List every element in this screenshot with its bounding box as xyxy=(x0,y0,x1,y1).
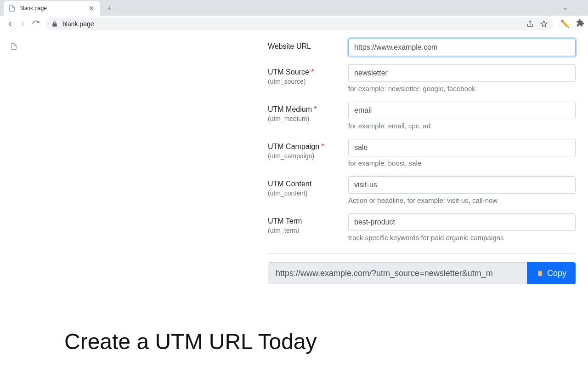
pencil-icon[interactable]: ✏️ xyxy=(560,19,570,28)
headline: Create a UTM URL Today xyxy=(64,329,317,354)
svg-marker-1 xyxy=(541,21,547,27)
result-row: https://www.example.com/?utm_source=news… xyxy=(268,262,576,284)
utm-source-sublabel: (utm_source) xyxy=(268,78,348,85)
utm-medium-sublabel: (utm_medium) xyxy=(268,115,348,122)
address-bar[interactable]: blank.page xyxy=(46,17,553,30)
utm-medium-hint: for example: email, cpc, ad xyxy=(348,122,576,130)
utm-content-input[interactable] xyxy=(348,176,576,194)
utm-content-hint: Action or headline, for example: visit-u… xyxy=(348,196,576,204)
utm-term-label: UTM Term xyxy=(268,217,348,225)
utm-source-hint: for example: newsletter, google, faceboo… xyxy=(348,85,576,92)
lock-icon xyxy=(51,21,58,27)
new-tab-button[interactable]: + xyxy=(103,2,116,15)
browser-tab[interactable]: Blank page ✕ xyxy=(4,1,100,16)
utm-campaign-hint: for example: boost, sale xyxy=(348,159,576,167)
utm-medium-input[interactable] xyxy=(348,102,576,119)
utm-campaign-sublabel: (utm_campaign) xyxy=(268,152,348,160)
utm-campaign-label: UTM Campaign * xyxy=(268,143,348,151)
utm-term-sublabel: (utm_term) xyxy=(268,227,348,234)
separator xyxy=(268,253,576,254)
url-text: blank.page xyxy=(62,20,520,28)
page-icon xyxy=(8,5,16,12)
page-content: Website URL UTM Source * (utm_source) fo… xyxy=(0,32,588,284)
clipboard-icon xyxy=(536,269,543,277)
share-icon[interactable] xyxy=(526,20,534,28)
forward-button[interactable] xyxy=(17,17,29,30)
chevron-down-icon[interactable]: ⌄ xyxy=(562,4,568,11)
utm-content-sublabel: (utm_content) xyxy=(268,190,348,197)
star-icon[interactable] xyxy=(540,20,548,28)
utm-content-label: UTM Content xyxy=(268,180,348,188)
tab-bar: Blank page ✕ + ⌄ — xyxy=(0,0,588,16)
close-icon[interactable]: ✕ xyxy=(87,5,96,12)
extensions-icon[interactable] xyxy=(576,19,584,29)
copy-button[interactable]: Copy xyxy=(527,262,576,284)
utm-form: Website URL UTM Source * (utm_source) fo… xyxy=(268,39,576,284)
utm-term-input[interactable] xyxy=(348,213,576,231)
address-bar-row: blank.page ✏️ xyxy=(0,16,588,32)
minimize-icon[interactable]: — xyxy=(576,4,582,11)
copy-label: Copy xyxy=(547,269,566,278)
website-url-input[interactable] xyxy=(348,39,576,56)
utm-term-hint: track specific keywords for paid organic… xyxy=(348,234,576,242)
result-url[interactable]: https://www.example.com/?utm_source=news… xyxy=(268,262,527,284)
svg-rect-2 xyxy=(538,271,542,276)
tab-title: Blank page xyxy=(19,5,87,12)
reload-button[interactable] xyxy=(29,17,42,30)
window-controls: ⌄ — xyxy=(562,4,582,11)
utm-medium-label: UTM Medium * xyxy=(268,105,348,114)
utm-campaign-input[interactable] xyxy=(348,139,576,156)
toolbar-right: ✏️ xyxy=(557,19,584,29)
svg-rect-3 xyxy=(539,270,541,271)
utm-source-input[interactable] xyxy=(348,64,576,82)
document-icon xyxy=(10,42,17,51)
website-url-label: Website URL xyxy=(268,42,348,51)
back-button[interactable] xyxy=(4,17,17,30)
browser-chrome: Blank page ✕ + ⌄ — blank.page ✏️ xyxy=(0,0,588,32)
utm-source-label: UTM Source * xyxy=(268,68,348,76)
